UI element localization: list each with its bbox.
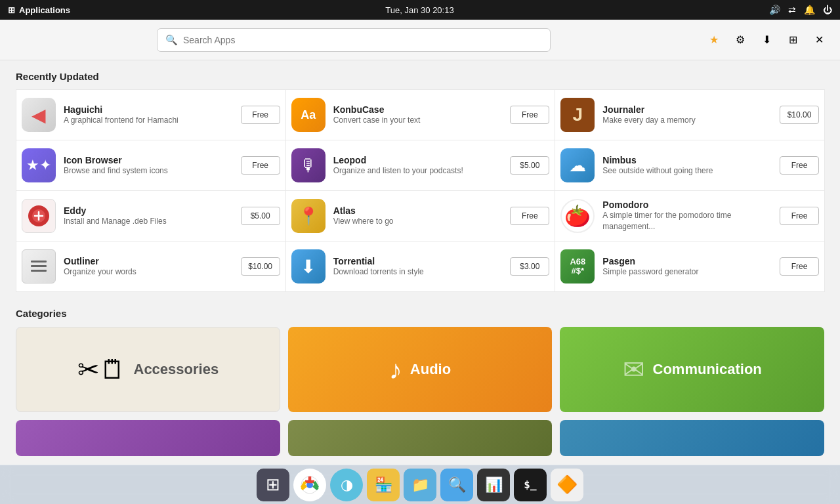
app-icon-torrential: ⬇ — [291, 249, 326, 284]
taskbar-chrome[interactable] — [293, 469, 326, 501]
app-name-atlas: Atlas — [333, 205, 503, 216]
app-desc-atlas: View where to go — [333, 216, 503, 227]
app-item-pasgen[interactable]: A68#$* Pasgen Simple password generator … — [555, 241, 825, 292]
app-item-atlas[interactable]: 📍 Atlas View where to go Free — [285, 190, 556, 242]
app-name-pasgen: Pasgen — [602, 256, 772, 266]
app-desc-eddy: Install and Manage .deb Files — [64, 216, 233, 227]
app-item-journaler[interactable]: J Journaler Make every day a memory $10.… — [555, 89, 825, 140]
power-icon[interactable]: ⏻ — [823, 5, 832, 15]
app-price-pomodoro[interactable]: Free — [780, 207, 819, 225]
app-price-journaler[interactable]: $10.00 — [780, 106, 819, 124]
categories-partial-row — [16, 420, 824, 456]
taskbar-files[interactable]: 📁 — [404, 469, 436, 501]
close-button[interactable]: ✕ — [808, 30, 830, 51]
app-price-outliner[interactable]: $10.00 — [241, 257, 280, 276]
bell-icon[interactable]: 🔔 — [804, 5, 815, 15]
app-desc-pomodoro: A simple timer for the pomodoro time man… — [602, 210, 772, 232]
app-name-iconbrowser: Icon Browser — [64, 155, 233, 165]
app-desc-pasgen: Simple password generator — [602, 266, 772, 278]
app-icon-pomodoro: 🍅 — [560, 199, 595, 233]
app-icon-konbucase: Aa — [291, 98, 326, 132]
accessories-label: Accessories — [134, 361, 219, 378]
app-info-iconbrowser: Icon Browser Browse and find system icon… — [64, 155, 233, 177]
search-icon: 🔍 — [165, 34, 178, 46]
app-item-nimbus[interactable]: ☁ Nimbus See outside without going there… — [555, 140, 825, 191]
app-icon-outliner — [22, 249, 56, 284]
taskbar: ⊞ ◑ 🏪 📁 🔍 📊 $_ 🔶 — [0, 465, 840, 504]
category-olive[interactable] — [288, 420, 553, 456]
app-item-haguichi[interactable]: ◀ Haguichi A graphical frontend for Hama… — [16, 89, 286, 140]
apps-grid: ◀ Haguichi A graphical frontend for Hama… — [16, 90, 824, 292]
category-audio[interactable]: ♪ Audio — [288, 327, 553, 412]
app-desc-iconbrowser: Browse and find system icons — [64, 165, 233, 177]
app-item-eddy[interactable]: Eddy Install and Manage .deb Files $5.00 — [16, 190, 286, 242]
sound-icon[interactable]: 🔊 — [769, 5, 780, 15]
app-price-konbucase[interactable]: Free — [510, 106, 549, 124]
toolbar: 🔍 ★ ⚙ ⬇ ⊞ ✕ — [0, 20, 840, 60]
app-desc-journaler: Make every day a memory — [602, 115, 772, 126]
app-item-torrential[interactable]: ⬇ Torrential Download torrents in style … — [285, 241, 556, 292]
categories-title: Categories — [16, 308, 824, 319]
app-price-nimbus[interactable]: Free — [780, 156, 819, 175]
app-name-haguichi: Haguichi — [64, 104, 233, 115]
category-blue[interactable] — [560, 420, 824, 456]
taskbar-toggle[interactable]: ◑ — [330, 469, 363, 501]
app-info-nimbus: Nimbus See outside without going there — [602, 155, 772, 177]
app-icon-iconbrowser: ★✦ — [22, 148, 56, 182]
app-icon-haguichi: ◀ — [22, 98, 56, 132]
app-desc-konbucase: Convert case in your text — [333, 115, 503, 126]
app-info-torrential: Torrential Download torrents in style — [333, 256, 503, 278]
svg-rect-2 — [31, 261, 47, 262]
app-item-konbucase[interactable]: Aa KonbuCase Convert case in your text F… — [285, 89, 556, 140]
app-desc-nimbus: See outside without going there — [602, 165, 772, 177]
app-price-iconbrowser[interactable]: Free — [241, 156, 280, 175]
arrows-icon[interactable]: ⇄ — [788, 5, 796, 15]
download-button[interactable]: ⬇ — [756, 30, 777, 51]
settings-button[interactable]: ⚙ — [730, 30, 751, 51]
app-info-leopod: Leopod Organize and listen to your podca… — [333, 155, 503, 177]
communication-icon: ✉ — [623, 354, 645, 385]
taskbar-multitasking[interactable]: ⊞ — [257, 469, 289, 501]
topbar-datetime: Tue, Jan 30 20:13 — [77, 5, 763, 15]
app-desc-outliner: Organize your words — [64, 266, 233, 278]
taskbar-monitor[interactable]: 📊 — [477, 469, 510, 501]
accessories-icon: ✂🗒 — [77, 354, 126, 385]
search-bar: 🔍 — [157, 28, 551, 52]
svg-rect-4 — [31, 270, 47, 272]
app-menu[interactable]: ⊞ Applications — [8, 5, 70, 15]
app-price-haguichi[interactable]: Free — [241, 106, 280, 124]
app-price-atlas[interactable]: Free — [510, 207, 549, 225]
app-price-eddy[interactable]: $5.00 — [241, 207, 280, 225]
app-info-atlas: Atlas View where to go — [333, 205, 503, 227]
taskbar-vlc[interactable]: 🔶 — [551, 469, 583, 501]
app-name-torrential: Torrential — [333, 256, 503, 266]
taskbar-search[interactable]: 🔍 — [440, 469, 473, 501]
audio-label: Audio — [410, 361, 451, 378]
search-input[interactable] — [183, 35, 542, 45]
category-accessories[interactable]: ✂🗒 Accessories — [16, 327, 280, 412]
grid-button[interactable]: ⊞ — [782, 30, 803, 51]
app-item-leopod[interactable]: 🎙 Leopod Organize and listen to your pod… — [285, 140, 556, 191]
star-button[interactable]: ★ — [704, 30, 724, 51]
app-name-konbucase: KonbuCase — [333, 104, 503, 115]
app-icon-pasgen: A68#$* — [560, 249, 595, 284]
app-item-outliner[interactable]: Outliner Organize your words $10.00 — [16, 241, 286, 292]
taskbar-terminal[interactable]: $_ — [514, 469, 547, 501]
app-icon-nimbus: ☁ — [560, 148, 595, 182]
app-info-outliner: Outliner Organize your words — [64, 256, 233, 278]
app-price-leopod[interactable]: $5.00 — [510, 156, 549, 175]
taskbar-store[interactable]: 🏪 — [367, 469, 400, 501]
app-name-outliner: Outliner — [64, 256, 233, 266]
recently-updated-title: Recently Updated — [16, 71, 824, 82]
app-menu-label: Applications — [19, 5, 70, 15]
app-price-torrential[interactable]: $3.00 — [510, 257, 549, 276]
category-communication[interactable]: ✉ Communication — [560, 327, 824, 412]
app-item-iconbrowser[interactable]: ★✦ Icon Browser Browse and find system i… — [16, 140, 286, 191]
app-info-pomodoro: Pomodoro A simple timer for the pomodoro… — [602, 200, 772, 232]
app-item-pomodoro[interactable]: 🍅 Pomodoro A simple timer for the pomodo… — [555, 190, 825, 242]
topbar-system-icons: 🔊 ⇄ 🔔 ⏻ — [769, 5, 832, 15]
app-price-pasgen[interactable]: Free — [780, 257, 819, 276]
svg-rect-3 — [31, 265, 47, 267]
app-desc-torrential: Download torrents in style — [333, 266, 503, 278]
category-purple[interactable] — [16, 420, 280, 456]
